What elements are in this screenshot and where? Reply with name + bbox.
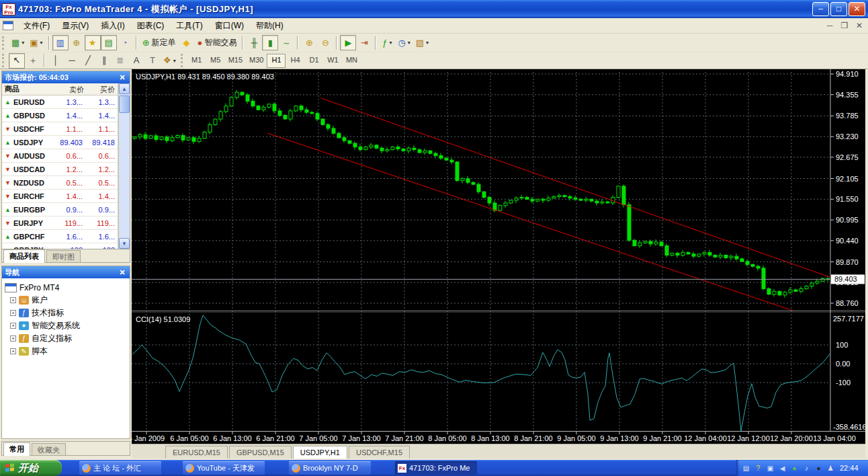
market-watch-tab-即时图[interactable]: 即时图 — [46, 250, 81, 262]
antivirus-icon[interactable]: ● — [789, 463, 799, 473]
menu-文件F[interactable]: 文件(F) — [17, 18, 56, 34]
child-minimize-button[interactable]: ─ — [825, 21, 834, 30]
periods-button[interactable]: ◷▾ — [395, 35, 413, 50]
child-close-button[interactable]: ✕ — [855, 21, 864, 30]
market-watch-row-gbpchf[interactable]: ▲GBPCHF1.6...1.6... — [2, 230, 118, 243]
minimize-button[interactable]: – — [812, 2, 829, 16]
zoom-out-button[interactable]: ⊖ — [317, 35, 333, 50]
navigator-item-accounts[interactable]: +☺账户 — [3, 294, 128, 307]
bar-chart-button[interactable]: ╫ — [246, 35, 262, 50]
timeframe-h1-button[interactable]: H1 — [267, 54, 286, 68]
expert-advisors-button[interactable]: ●智能交易 — [195, 35, 240, 50]
dropdown-arrow-icon[interactable]: ▾ — [40, 40, 43, 46]
profiles-button[interactable]: ▣▾ — [27, 35, 45, 50]
dropdown-arrow-icon[interactable]: ▾ — [21, 40, 24, 46]
timeframe-h4-button[interactable]: H4 — [286, 54, 304, 68]
chart-tab-EURUSD-M15[interactable]: EURUSD,M15 — [165, 446, 228, 459]
chart-window[interactable]: 94.91094.35593.78593.23092.67592.10591.5… — [132, 69, 865, 444]
menu-帮助H[interactable]: 帮助(H) — [250, 18, 290, 34]
market-watch-row-usdchf[interactable]: ▼USDCHF1.1...1.1... — [2, 122, 118, 136]
timeframe-m15-button[interactable]: M15 — [225, 54, 246, 68]
navigator-button[interactable]: ★ — [85, 35, 101, 50]
market-watch-scrollbar[interactable]: ▲ ▼ — [118, 83, 130, 249]
column-ask[interactable]: 买价 — [87, 83, 118, 95]
timeframe-m30-button[interactable]: M30 — [246, 54, 267, 68]
expand-icon[interactable]: + — [10, 297, 16, 303]
expand-icon[interactable]: + — [10, 310, 16, 316]
timeframe-mn-button[interactable]: MN — [342, 54, 361, 68]
dropdown-arrow-icon[interactable]: ▾ — [390, 40, 392, 46]
qq-icon[interactable]: ● — [814, 463, 824, 473]
text-label-button[interactable]: T — [144, 53, 161, 69]
indicators-button[interactable]: ƒ▾ — [379, 35, 395, 50]
scroll-down-button[interactable]: ▼ — [119, 238, 130, 249]
navigator-item-custom-indicators[interactable]: +ƒ自定义指标 — [3, 332, 128, 345]
menu-插入I[interactable]: 插入(I) — [95, 18, 130, 34]
menu-显示V[interactable]: 显示(V) — [56, 18, 95, 34]
child-restore-button[interactable]: ❐ — [840, 21, 849, 30]
crosshair-button[interactable]: ＋ — [25, 53, 41, 69]
trendline-button[interactable]: ╱ — [80, 53, 96, 69]
expand-icon[interactable]: + — [10, 323, 16, 329]
timeframe-m1-button[interactable]: M1 — [187, 54, 206, 68]
expand-icon[interactable]: + — [10, 335, 16, 342]
arrows-button[interactable]: ❖▾ — [161, 53, 179, 69]
window-icon[interactable]: ▣ — [765, 463, 775, 473]
chart-tab-USDJPY-H1[interactable]: USDJPY,H1 — [293, 446, 347, 459]
templates-button[interactable]: ▧▾ — [413, 35, 431, 50]
menu-图表C[interactable]: 图表(C) — [131, 18, 171, 34]
dropdown-arrow-icon[interactable]: ▾ — [408, 40, 410, 46]
market-watch-row-audusd[interactable]: ▼AUDUSD0.6...0.6... — [2, 149, 118, 163]
navigator-item-scripts[interactable]: +✎脚本 — [3, 345, 128, 358]
navigator-caption[interactable]: 导航 ✕ — [2, 266, 130, 278]
close-button[interactable]: ✕ — [849, 2, 865, 16]
new-chart-button[interactable]: ▦▾ — [9, 35, 27, 50]
timeframe-m5-button[interactable]: M5 — [206, 54, 225, 68]
line-chart-button[interactable]: ～ — [278, 35, 294, 50]
expand-icon[interactable]: + — [10, 348, 16, 354]
auto-scroll-button[interactable]: ▶ — [340, 35, 356, 50]
dropdown-arrow-icon[interactable]: ▾ — [173, 58, 176, 64]
market-watch-row-eurchf[interactable]: ▼EURCHF1.4...1.4... — [2, 190, 118, 203]
navigator-item-experts[interactable]: +✦智能交易系统 — [3, 319, 128, 332]
market-watch-row-usdcad[interactable]: ▼USDCAD1.2...1.2... — [2, 163, 118, 176]
market-watch-row-eurgbp[interactable]: ▲EURGBP0.9...0.9... — [2, 203, 118, 216]
chart-tab-USDCHF-M15[interactable]: USDCHF,M15 — [349, 446, 410, 459]
navigator-close-icon[interactable]: ✕ — [118, 268, 127, 277]
new-order-button[interactable]: ⊕新定单 — [140, 35, 179, 50]
navigator-item-indicators[interactable]: +ƒ技术指标 — [3, 307, 128, 319]
help-icon[interactable]: ? — [753, 463, 763, 473]
column-bid[interactable]: 卖价 — [50, 83, 87, 95]
market-watch-row-nzdusd[interactable]: ▼NZDUSD0.5...0.5... — [2, 176, 118, 190]
vertical-line-button[interactable]: │ — [48, 53, 64, 69]
hide-icons-chevron[interactable]: ◀ — [777, 463, 787, 473]
metaeditor-button[interactable]: ◆ — [179, 35, 195, 50]
maximize-button[interactable]: □ — [830, 2, 847, 16]
scroll-thumb[interactable] — [119, 95, 130, 113]
scroll-up-button[interactable]: ▲ — [119, 83, 130, 94]
menu-工具T[interactable]: 工具(T) — [170, 18, 208, 34]
market-watch-row-usdjpy[interactable]: ▲USDJPY89.40389.418 — [2, 136, 118, 149]
terminal-button[interactable]: ▤ — [101, 35, 117, 50]
candlestick-chart-button[interactable]: ▮ — [262, 35, 278, 50]
text-button[interactable]: A — [128, 53, 144, 69]
horizontal-line-button[interactable]: ─ — [64, 53, 80, 69]
market-watch-row-gbpusd[interactable]: ▲GBPUSD1.4...1.4... — [2, 109, 118, 122]
keyboard-icon[interactable]: ▤ — [741, 463, 751, 473]
task-firefox[interactable]: YouTube - 天津发 — [183, 461, 265, 475]
dropdown-arrow-icon[interactable]: ▾ — [426, 40, 429, 46]
zoom-in-button[interactable]: ⊕ — [301, 35, 317, 50]
equidistant-channel-button[interactable]: ∥ — [96, 53, 112, 69]
menu-窗口W[interactable]: 窗口(W) — [209, 18, 250, 34]
market-watch-row-eurusd[interactable]: ▲EURUSD1.3...1.3... — [2, 95, 118, 109]
messenger-icon[interactable]: ♟ — [826, 463, 836, 473]
strategy-tester-button[interactable]: ◔ — [117, 35, 133, 50]
market-watch-tab-商品列表[interactable]: 商品列表 — [3, 249, 45, 263]
chart-tab-GBPUSD-M15[interactable]: GBPUSD,M15 — [229, 446, 292, 459]
chart-shift-button[interactable]: ⇥ — [356, 35, 372, 50]
task-fxpro[interactable]: Fx471703: FxPro Me — [395, 461, 477, 475]
market-watch-close-icon[interactable]: ✕ — [118, 73, 127, 82]
navigator-tab-收藏夹[interactable]: 收藏夹 — [32, 443, 66, 455]
navigator-tab-常用[interactable]: 常用 — [3, 442, 30, 456]
cursor-button[interactable]: ↖ — [9, 53, 25, 69]
